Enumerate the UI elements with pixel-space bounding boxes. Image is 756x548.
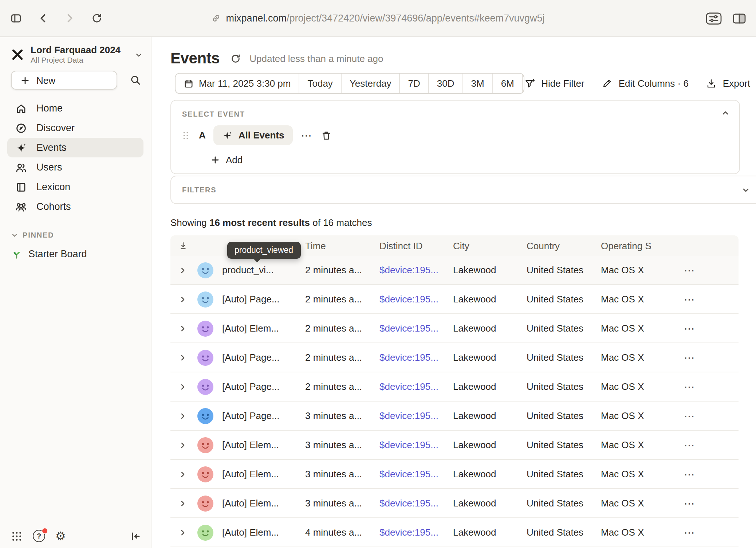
event-more-actions-icon[interactable]: ⋯: [301, 132, 313, 139]
event-selector-button[interactable]: All Events: [214, 125, 293, 145]
range-today[interactable]: Today: [299, 74, 341, 93]
table-row[interactable]: [Auto] Elem... 3 minutes a... $device:19…: [170, 460, 739, 489]
cell-distinct-id[interactable]: $device:195...: [379, 498, 453, 509]
cell-country: United States: [527, 381, 601, 392]
table-row[interactable]: [Auto] Page... 2 minutes a... $device:19…: [170, 372, 739, 402]
table-row[interactable]: [Auto] Elem... 4 minutes a... $device:19…: [170, 518, 739, 547]
cell-os: Mac OS X: [601, 294, 658, 305]
column-header-city[interactable]: City: [453, 240, 527, 251]
sidebar-item-discover[interactable]: Discover: [7, 118, 143, 138]
edit-columns-button[interactable]: Edit Columns · 6: [602, 78, 689, 89]
column-header-time[interactable]: Time: [305, 240, 379, 251]
row-expand-icon[interactable]: [178, 499, 187, 508]
table-row[interactable]: [Auto] Elem... 3 minutes a... $device:19…: [170, 431, 739, 460]
row-actions-icon[interactable]: ⋯: [684, 529, 695, 536]
cell-distinct-id[interactable]: $device:195...: [379, 294, 453, 305]
row-expand-icon[interactable]: [178, 295, 187, 304]
help-button[interactable]: ?: [33, 530, 45, 542]
browser-reload-icon[interactable]: [91, 12, 103, 24]
search-button[interactable]: [130, 74, 141, 86]
range-30d[interactable]: 30D: [429, 74, 463, 93]
cell-distinct-id[interactable]: $device:195...: [379, 469, 453, 480]
apps-grid-icon[interactable]: [11, 530, 23, 542]
table-row[interactable]: [Auto] Elem... 2 minutes a... $device:19…: [170, 314, 739, 343]
row-actions-icon[interactable]: ⋯: [684, 470, 695, 478]
range-3m[interactable]: 3M: [463, 74, 493, 93]
cell-event-name: [Auto] Page...: [222, 381, 305, 392]
collapse-panel-icon[interactable]: [721, 109, 730, 117]
table-row[interactable]: [Auto] Page... 2 minutes a... $device:19…: [170, 285, 739, 314]
cell-time: 3 minutes a...: [305, 410, 379, 421]
row-actions-icon[interactable]: ⋯: [684, 266, 695, 274]
project-switcher[interactable]: Lord Farquaad 2024 All Project Data: [11, 44, 143, 65]
row-expand-icon[interactable]: [178, 382, 187, 391]
table-row[interactable]: [Auto] Page... 2 minutes a... $device:19…: [170, 343, 739, 372]
row-actions-icon[interactable]: ⋯: [684, 295, 695, 303]
cell-distinct-id[interactable]: $device:195...: [379, 352, 453, 363]
row-expand-icon[interactable]: [178, 266, 187, 274]
column-header-os[interactable]: Operating S: [601, 240, 658, 251]
browser-page-settings-icon[interactable]: [706, 12, 722, 24]
table-row[interactable]: [Auto] Elem... 3 minutes a... $device:19…: [170, 489, 739, 518]
row-expand-icon[interactable]: [178, 353, 187, 362]
cell-distinct-id[interactable]: $device:195...: [379, 381, 453, 392]
row-expand-icon[interactable]: [178, 324, 187, 333]
row-actions-icon[interactable]: ⋯: [684, 325, 695, 332]
cell-country: United States: [527, 439, 601, 450]
sidebar-item-home[interactable]: Home: [7, 98, 143, 118]
new-button[interactable]: New: [11, 71, 117, 90]
collapse-sidebar-icon[interactable]: [130, 530, 141, 542]
drag-handle-icon[interactable]: [181, 130, 191, 140]
row-expand-icon[interactable]: [178, 441, 187, 449]
refresh-icon[interactable]: [230, 53, 241, 64]
cell-country: United States: [527, 323, 601, 334]
row-expand-icon[interactable]: [178, 470, 187, 478]
browser-sidebar-toggle-icon[interactable]: [10, 12, 22, 24]
row-actions-icon[interactable]: ⋯: [684, 354, 695, 361]
range-6m[interactable]: 6M: [493, 74, 523, 93]
cell-distinct-id[interactable]: $device:195...: [379, 527, 453, 538]
column-header-distinct-id[interactable]: Distinct ID: [379, 240, 453, 251]
table-body: product_vi... 2 minutes a... $device:195…: [170, 256, 739, 548]
row-actions-icon[interactable]: ⋯: [684, 383, 695, 390]
export-button[interactable]: Export: [706, 78, 750, 89]
mixpanel-logo-icon: [11, 48, 24, 61]
cell-country: United States: [527, 498, 601, 509]
cell-distinct-id[interactable]: $device:195...: [379, 410, 453, 421]
sidebar-item-starter-board[interactable]: Starter Board: [12, 248, 87, 259]
row-expand-icon[interactable]: [178, 528, 187, 537]
hide-filter-button[interactable]: Hide Filter: [524, 78, 584, 89]
event-avatar-icon: [197, 349, 213, 365]
browser-split-view-icon[interactable]: [733, 13, 746, 24]
row-actions-icon[interactable]: ⋯: [684, 500, 695, 507]
sidebar-item-cohorts[interactable]: Cohorts: [7, 197, 143, 216]
add-event-button[interactable]: Add: [210, 154, 243, 165]
browser-back-icon[interactable]: [37, 12, 49, 24]
browser-forward-icon[interactable]: [64, 12, 76, 24]
cell-country: United States: [527, 294, 601, 305]
sidebar-item-lexicon[interactable]: Lexicon: [7, 177, 143, 197]
jump-to-latest-icon[interactable]: [178, 241, 188, 250]
cell-time: 3 minutes a...: [305, 469, 379, 480]
pinned-section-header[interactable]: PINNED: [11, 231, 54, 239]
trash-icon[interactable]: [321, 129, 332, 141]
range-7d[interactable]: 7D: [400, 74, 429, 93]
row-actions-icon[interactable]: ⋯: [684, 441, 695, 449]
cell-distinct-id[interactable]: $device:195...: [379, 323, 453, 334]
url-bar[interactable]: mixpanel.com/project/3472420/view/397469…: [211, 13, 544, 24]
sidebar-item-users[interactable]: Users: [7, 157, 143, 177]
browser-chrome: mixpanel.com/project/3472420/view/397469…: [0, 0, 756, 37]
cell-time: 3 minutes a...: [305, 439, 379, 450]
range-yesterday[interactable]: Yesterday: [342, 74, 400, 93]
expand-panel-icon[interactable]: [741, 185, 750, 194]
row-actions-icon[interactable]: ⋯: [684, 412, 695, 419]
sidebar-item-events[interactable]: Events: [7, 138, 143, 157]
summary-count: 16 most recent results: [209, 217, 310, 228]
cell-distinct-id[interactable]: $device:195...: [379, 265, 453, 275]
date-picker-button[interactable]: Mar 11, 2025 3:30 pm: [176, 74, 299, 93]
row-expand-icon[interactable]: [178, 411, 187, 420]
column-header-country[interactable]: Country: [527, 240, 601, 251]
table-row[interactable]: [Auto] Page... 3 minutes a... $device:19…: [170, 402, 739, 431]
settings-gear-icon[interactable]: ⚙: [55, 530, 66, 542]
cell-distinct-id[interactable]: $device:195...: [379, 439, 453, 450]
